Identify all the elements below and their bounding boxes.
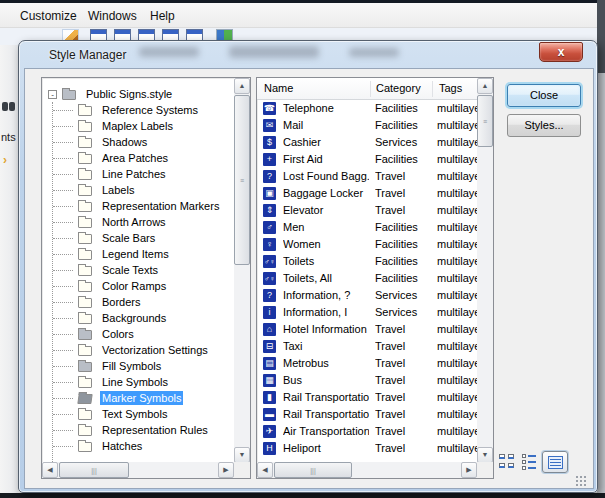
- menu-help[interactable]: Help: [144, 7, 181, 25]
- symbol-row-information-[interactable]: ?Information, ?Servicesmultilayer: [257, 287, 478, 304]
- scroll-down-icon[interactable]: ▼: [477, 447, 493, 463]
- symbol-tags: multilayer: [437, 221, 477, 233]
- symbol-row-rail-transportatio-[interactable]: ▮Rail Transportatio...Travelmultilayer: [257, 389, 478, 406]
- tree-item-labels[interactable]: Labels: [42, 182, 235, 198]
- close-window-button[interactable]: x: [539, 42, 583, 62]
- tree-item-line-patches[interactable]: Line Patches: [42, 166, 235, 182]
- tree-item-backgrounds[interactable]: Backgrounds: [42, 310, 235, 326]
- scroll-left-icon[interactable]: ◀: [42, 462, 58, 478]
- menu-windows[interactable]: Windows: [82, 7, 143, 25]
- symbol-row-lost-found-bagg-[interactable]: ?Lost Found Bagg...Travelmultilayer: [257, 168, 478, 185]
- scroll-up-icon[interactable]: ▲: [234, 78, 250, 94]
- symbol-row-telephone[interactable]: ☎TelephoneFacilitiesmultilayer: [257, 100, 478, 117]
- symbol-row-rail-transportation[interactable]: ▬Rail TransportationTravelmultilayer: [257, 406, 478, 423]
- list-vertical-scrollbar[interactable]: ▲ ≡ ▼: [477, 78, 493, 463]
- tree-item-fill-symbols[interactable]: Fill Symbols: [42, 358, 235, 374]
- column-header-category[interactable]: Category: [376, 82, 421, 94]
- symbol-category: Facilities: [375, 255, 431, 267]
- symbol-row-air-transportation[interactable]: ✈Air TransportationTravelmultilayer: [257, 423, 478, 440]
- symbol-category: Facilities: [375, 119, 431, 131]
- collapse-icon[interactable]: -: [48, 90, 57, 99]
- tree-root-public-signs[interactable]: - Public Signs.style: [42, 86, 235, 102]
- tree-connector: [53, 398, 73, 399]
- close-button[interactable]: Close: [507, 84, 581, 107]
- tree-item-hatches[interactable]: Hatches: [42, 438, 235, 454]
- symbol-icon: ♂♀: [263, 272, 276, 285]
- scroll-right-icon[interactable]: ▶: [218, 462, 234, 478]
- glass-reflection: [229, 46, 319, 58]
- symbol-row-cashier[interactable]: $CashierServicesmultilayer: [257, 134, 478, 151]
- tree-item-north-arrows[interactable]: North Arrows: [42, 214, 235, 230]
- symbol-row-information-i[interactable]: iInformation, IServicesmultilayer: [257, 304, 478, 321]
- symbol-category: Facilities: [375, 221, 431, 233]
- tree-connector: [53, 350, 73, 351]
- tree-vscroll-thumb[interactable]: ≡: [234, 95, 250, 265]
- tree-item-scale-bars[interactable]: Scale Bars: [42, 230, 235, 246]
- tree-item-vectorization-settings[interactable]: Vectorization Settings: [42, 342, 235, 358]
- tree-connector: [53, 270, 73, 271]
- symbol-category: Travel: [375, 391, 431, 403]
- column-separator[interactable]: [370, 81, 371, 97]
- style-manager-dialog: Style Manager x - Public Signs.style Ref…: [18, 40, 598, 493]
- tree-item-marker-symbols[interactable]: Marker Symbols: [42, 390, 235, 406]
- tree-item-maplex-labels[interactable]: Maplex Labels: [42, 118, 235, 134]
- tree-item-representation-rules[interactable]: Representation Rules: [42, 422, 235, 438]
- tree-item-reference-systems[interactable]: Reference Systems: [42, 102, 235, 118]
- folder-icon: [78, 250, 92, 260]
- symbol-icon: ▮: [263, 391, 276, 404]
- large-icons-view-icon[interactable]: [499, 454, 516, 470]
- tree-item-text-symbols[interactable]: Text Symbols: [42, 406, 235, 422]
- tree-item-color-ramps[interactable]: Color Ramps: [42, 278, 235, 294]
- styles-button[interactable]: Styles...: [507, 114, 581, 137]
- scroll-right-icon[interactable]: ▶: [461, 462, 477, 478]
- list-horizontal-scrollbar[interactable]: ◀ ||| ▶: [257, 462, 477, 478]
- tree-connector: [53, 366, 73, 367]
- symbol-row-bus[interactable]: ▦BusTravelmultilayer: [257, 372, 478, 389]
- background-right-light: [597, 73, 605, 493]
- scroll-up-icon[interactable]: ▲: [477, 78, 493, 94]
- symbol-row-hotel-information-1[interactable]: ⌂Hotel Information 1Travelmultilayer: [257, 321, 478, 338]
- symbol-row-elevator[interactable]: ⇕ElevatorTravelmultilayer: [257, 202, 478, 219]
- list-vscroll-thumb[interactable]: ≡: [477, 95, 493, 147]
- symbol-row-toilets[interactable]: ♂♀ToiletsFacilitiesmultilayer: [257, 253, 478, 270]
- menu-customize[interactable]: Customize: [14, 7, 83, 25]
- tree-horizontal-scrollbar[interactable]: ◀ ||| ▶: [42, 462, 234, 478]
- background-right-dark: [597, 0, 605, 73]
- symbol-category: Travel: [375, 408, 431, 420]
- symbol-row-women[interactable]: ♀WomenFacilitiesmultilayer: [257, 236, 478, 253]
- list-hscroll-thumb[interactable]: |||: [274, 462, 352, 478]
- symbol-row-first-aid[interactable]: +First AidFacilitiesmultilayer: [257, 151, 478, 168]
- tree-hscroll-thumb[interactable]: |||: [59, 462, 129, 478]
- resize-grip[interactable]: [575, 475, 587, 487]
- details-view-button[interactable]: [542, 451, 568, 473]
- tree-vertical-scrollbar[interactable]: ▲ ≡ ▼: [234, 78, 250, 463]
- symbol-row-toilets-all[interactable]: ♂♀Toilets, AllFacilitiesmultilayer: [257, 270, 478, 287]
- column-header-name[interactable]: Name: [264, 82, 293, 94]
- symbol-row-mail[interactable]: ✉MailFacilitiesmultilayer: [257, 117, 478, 134]
- symbol-row-men[interactable]: ♂MenFacilitiesmultilayer: [257, 219, 478, 236]
- tree-item-shadows[interactable]: Shadows: [42, 134, 235, 150]
- symbol-name: Telephone: [283, 102, 369, 114]
- tree-item-area-patches[interactable]: Area Patches: [42, 150, 235, 166]
- list-view-icon[interactable]: [522, 454, 540, 470]
- column-separator[interactable]: [432, 81, 433, 97]
- symbol-row-taxi[interactable]: ⊟TaxiTravelmultilayer: [257, 338, 478, 355]
- tree-item-legend-items[interactable]: Legend Items: [42, 246, 235, 262]
- symbol-row-baggage-locker[interactable]: ▣Baggage LockerTravelmultilayer: [257, 185, 478, 202]
- scroll-down-icon[interactable]: ▼: [234, 447, 250, 463]
- symbol-row-heliport[interactable]: HHeliportTravelmultilayer: [257, 440, 478, 457]
- tree-item-representation-markers[interactable]: Representation Markers: [42, 198, 235, 214]
- tree-item-line-symbols[interactable]: Line Symbols: [42, 374, 235, 390]
- symbol-row-metrobus[interactable]: ▤MetrobusTravelmultilayer: [257, 355, 478, 372]
- tree-item-scale-texts[interactable]: Scale Texts: [42, 262, 235, 278]
- scroll-left-icon[interactable]: ◀: [257, 462, 273, 478]
- symbol-name: Information, I: [283, 306, 369, 318]
- symbol-icon: ⇕: [263, 204, 276, 217]
- column-header-tags[interactable]: Tags: [439, 82, 462, 94]
- symbol-tags: multilayer: [437, 204, 477, 216]
- tree-connector: [53, 222, 73, 223]
- style-tree-panel: - Public Signs.style Reference SystemsMa…: [41, 77, 251, 479]
- tree-item-colors[interactable]: Colors: [42, 326, 235, 342]
- symbol-list-rows: ☎TelephoneFacilitiesmultilayer✉MailFacil…: [257, 100, 478, 457]
- tree-item-borders[interactable]: Borders: [42, 294, 235, 310]
